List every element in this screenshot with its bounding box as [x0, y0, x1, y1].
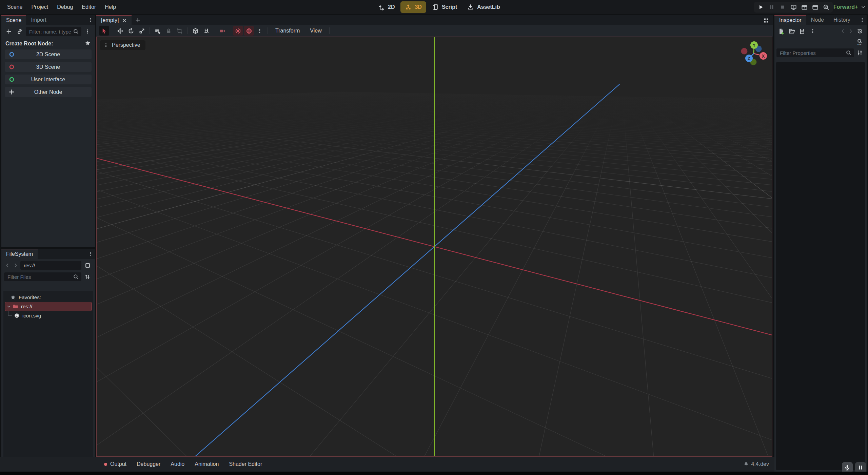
preview-sun-button[interactable] — [233, 26, 243, 36]
resource-extra-menu-button[interactable] — [808, 27, 817, 36]
history-button[interactable] — [855, 27, 865, 36]
nav-forward-button[interactable] — [12, 261, 19, 270]
tab-import[interactable]: Import — [26, 15, 51, 25]
select-tool-button[interactable] — [99, 26, 109, 36]
play-scene-button[interactable] — [799, 2, 809, 12]
filesystem-nav-row — [1, 259, 95, 270]
bottom-tab-shader-editor[interactable]: Shader Editor — [224, 457, 267, 472]
inspector-toolbar — [774, 25, 867, 36]
scene-tab-empty[interactable]: [empty] — [96, 15, 132, 25]
list-select-button[interactable] — [153, 26, 163, 36]
play-custom-scene-button[interactable] — [810, 2, 820, 12]
current-path-field[interactable] — [20, 261, 81, 270]
new-scene-tab-button[interactable] — [132, 15, 144, 25]
inspector-dock-menu-button[interactable] — [858, 15, 867, 25]
favorites-star-icon[interactable] — [85, 40, 91, 47]
movie-maker-button[interactable] — [821, 2, 831, 12]
save-resource-button[interactable] — [797, 27, 807, 36]
menu-project[interactable]: Project — [27, 2, 53, 12]
view-axes-gizmo[interactable]: Y X Z — [736, 36, 771, 71]
dots-vertical-icon — [85, 29, 90, 34]
tab-scene[interactable]: Scene — [1, 15, 26, 25]
pause-icon — [769, 4, 775, 10]
stop-button[interactable] — [777, 2, 788, 12]
bottom-tab-debugger[interactable]: Debugger — [132, 457, 165, 472]
load-resource-button[interactable] — [787, 27, 796, 36]
tree-item-file[interactable]: icon.svg — [3, 311, 93, 320]
distraction-free-button[interactable] — [762, 16, 770, 24]
viewport-canvas[interactable] — [97, 37, 772, 456]
create-other-node-button[interactable]: Other Node — [5, 87, 92, 97]
version-info[interactable]: 4.4.dev — [743, 461, 774, 467]
search-help-button[interactable]: DOC — [855, 38, 865, 46]
tab-filesystem[interactable]: FileSystem — [1, 249, 38, 259]
create-other-node-label: Other Node — [34, 89, 62, 95]
godot-editor-window: Scene Project Debug Editor Help 2D 3D Sc… — [0, 0, 868, 475]
edit-next-object-button[interactable] — [847, 27, 854, 36]
local-space-button[interactable] — [190, 26, 200, 36]
main-editor-area: [empty] Transform — [96, 15, 773, 457]
add-node-button[interactable] — [4, 27, 14, 36]
menu-debug[interactable]: Debug — [53, 2, 77, 12]
inspector-filter-row — [774, 47, 867, 58]
snap-button[interactable] — [201, 26, 211, 36]
camera-preview-button[interactable] — [217, 26, 227, 36]
play-remote-button[interactable] — [788, 2, 798, 12]
mode-script-button[interactable]: Script — [428, 1, 461, 13]
create-ui-scene-button[interactable]: User Interface — [5, 75, 92, 84]
lock-button[interactable] — [163, 26, 174, 36]
doc-search-icon: DOC — [856, 39, 863, 45]
new-resource-button[interactable] — [776, 27, 786, 36]
menu-scene[interactable]: Scene — [3, 2, 27, 12]
group-button[interactable] — [174, 26, 184, 36]
property-tools-button[interactable] — [855, 48, 865, 57]
menu-editor[interactable]: Editor — [77, 2, 100, 12]
rotate-tool-button[interactable] — [126, 26, 136, 36]
edit-prev-object-button[interactable] — [840, 27, 846, 36]
bottom-tab-animation[interactable]: Animation — [190, 457, 224, 472]
toggle-split-mode-button[interactable] — [83, 261, 92, 270]
move-tool-button[interactable] — [115, 26, 125, 36]
view-selector[interactable]: Perspective — [100, 40, 145, 50]
expander-down-icon[interactable] — [6, 304, 11, 309]
scene-filter-menu-button[interactable] — [83, 27, 92, 36]
folder-open-icon — [789, 28, 795, 35]
instantiate-scene-button[interactable] — [15, 27, 24, 36]
mode-assetlib-button[interactable]: AssetLib — [463, 1, 505, 13]
tab-history[interactable]: History — [829, 15, 855, 25]
mode-2d-button[interactable]: 2D — [374, 1, 399, 13]
scene-dock-panel: Scene Import Create Root Node: 2D Scene — [1, 15, 95, 247]
transform-menu[interactable]: Transform — [271, 26, 304, 36]
menu-help[interactable]: Help — [100, 2, 120, 12]
play-button[interactable] — [756, 2, 766, 12]
renderer-selector[interactable]: Forward+ — [833, 2, 866, 13]
dots-vertical-icon — [103, 43, 108, 48]
nav-back-button[interactable] — [4, 261, 11, 270]
scene-dock-menu-button[interactable] — [86, 15, 95, 25]
tree-item-root[interactable]: res:// — [5, 302, 92, 311]
gizmo-neg-x-ball[interactable] — [741, 48, 748, 55]
godot-file-icon — [14, 313, 20, 318]
file-sort-button[interactable] — [83, 272, 92, 281]
file-filter-input[interactable] — [4, 272, 81, 281]
view-menu[interactable]: View — [305, 26, 326, 36]
create-3d-scene-button[interactable]: 3D Scene — [5, 62, 92, 72]
property-filter-input[interactable] — [776, 48, 854, 57]
bottom-tab-output[interactable]: Output — [99, 457, 132, 472]
close-icon[interactable] — [122, 18, 127, 23]
scale-tool-button[interactable] — [137, 26, 147, 36]
favorites-item[interactable]: Favorites: — [3, 293, 93, 302]
mode-3d-button[interactable]: 3D — [400, 1, 426, 13]
lock-icon — [165, 28, 172, 34]
bottom-tab-audio[interactable]: Audio — [165, 457, 190, 472]
dots-vertical-icon — [88, 17, 93, 23]
tab-node[interactable]: Node — [806, 15, 829, 25]
filesystem-menu-button[interactable] — [86, 249, 95, 259]
preview-environment-button[interactable] — [244, 26, 254, 36]
scene-dock-tabs: Scene Import — [1, 15, 95, 25]
toolbar-separator — [268, 27, 268, 34]
tab-inspector[interactable]: Inspector — [774, 15, 806, 25]
create-2d-scene-button[interactable]: 2D Scene — [5, 49, 92, 59]
pause-button[interactable] — [767, 2, 777, 12]
preview-menu-button[interactable] — [255, 26, 265, 36]
